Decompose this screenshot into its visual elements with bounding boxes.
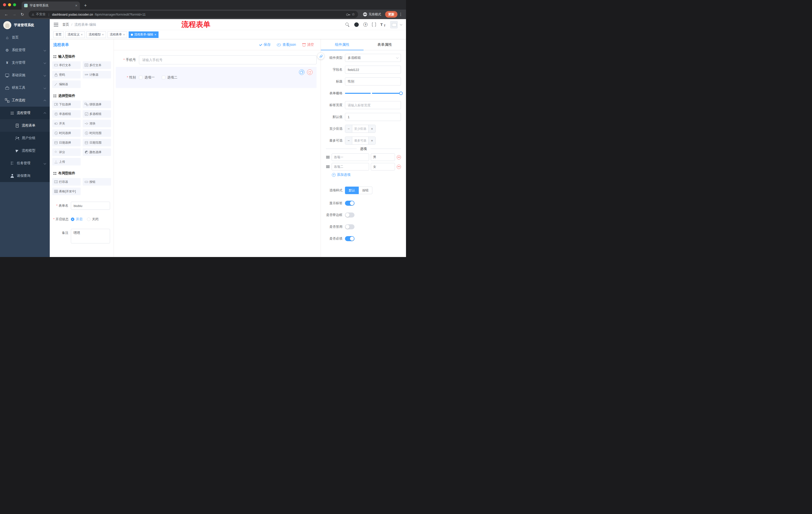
palette-item-color-picker[interactable]: 颜色选择 <box>83 148 111 156</box>
view-json-button[interactable]: 查看json <box>277 43 296 47</box>
drag-handle-icon[interactable] <box>326 155 330 159</box>
sidebar-item-leave-query[interactable]: 请假查询 <box>0 169 50 182</box>
sidebar-item-dev-tools[interactable]: 研发工具 <box>0 81 50 94</box>
remove-option-icon[interactable] <box>397 155 401 159</box>
maximize-window-button[interactable] <box>13 3 16 6</box>
clear-button[interactable]: 清空 <box>302 43 314 47</box>
min-select-placeholder[interactable]: 至少应选 <box>352 125 368 133</box>
option-label-input[interactable] <box>331 163 369 170</box>
sidebar-item-process-management[interactable]: 流程管理 <box>0 107 50 119</box>
palette-item-upload[interactable]: 上传 <box>52 158 81 165</box>
save-button[interactable]: 保存 <box>259 43 270 47</box>
sidebar-logo[interactable]: 芋道管理系统 <box>0 19 50 31</box>
palette-item-checkbox-group[interactable]: 多选框组 <box>83 110 111 118</box>
remove-option-icon[interactable] <box>397 165 401 169</box>
gender-option1-checkbox[interactable]: 选项一 <box>139 75 155 80</box>
default-value-input[interactable] <box>345 113 401 121</box>
incognito-profile-chip[interactable]: 无痕模式 <box>360 11 384 18</box>
max-select-placeholder[interactable]: 最多可选 <box>352 137 368 144</box>
sidebar-item-task-management[interactable]: 任务管理 <box>0 157 50 169</box>
sidebar-item-infrastructure[interactable]: 基础设施 <box>0 69 50 81</box>
option-style-default-button[interactable]: 默认 <box>345 187 359 194</box>
canvas-field-gender-selected[interactable]: 性别 选项一 选项二 <box>116 67 317 88</box>
palette-item-dropdown[interactable]: 下拉选择 <box>52 101 81 108</box>
stepper-decrease-button[interactable]: − <box>345 137 352 144</box>
palette-item-row-container[interactable]: 行容器 <box>52 178 81 186</box>
gender-option2-checkbox[interactable]: 选项二 <box>162 75 178 80</box>
option-value-input[interactable] <box>371 163 395 170</box>
sidebar-item-system[interactable]: 系统管理 <box>0 44 50 56</box>
browser-menu-icon[interactable]: ⋮ <box>398 12 404 17</box>
palette-item-button[interactable]: 按钮 <box>83 178 111 186</box>
option-style-button-button[interactable]: 按钮 <box>359 187 372 194</box>
browser-update-button[interactable]: 更新 <box>385 11 398 18</box>
palette-item-password[interactable]: 密码 <box>52 71 81 78</box>
browser-tab[interactable]: 芋道管理系统 × <box>22 1 80 9</box>
show-label-switch[interactable] <box>345 201 354 206</box>
palette-item-cascader[interactable]: 级联选择 <box>83 101 111 108</box>
required-switch[interactable] <box>345 236 354 241</box>
sidebar-item-user-group[interactable]: 用户分组 <box>0 132 50 144</box>
user-avatar[interactable] <box>390 21 398 28</box>
tab-close-icon[interactable]: × <box>75 4 77 7</box>
sidebar-item-process-model[interactable]: 流程模型 <box>0 144 50 157</box>
palette-item-date-range[interactable]: 日期范围 <box>83 139 111 146</box>
field-name-input[interactable] <box>345 65 401 74</box>
stepper-decrease-button[interactable]: − <box>345 125 352 133</box>
close-window-button[interactable] <box>3 3 6 6</box>
fullscreen-icon[interactable] <box>372 23 376 26</box>
disabled-switch[interactable] <box>345 224 354 229</box>
sidebar-item-payment[interactable]: 支付管理 <box>0 56 50 69</box>
font-size-icon[interactable] <box>380 22 386 27</box>
back-button[interactable]: ← <box>2 10 10 18</box>
search-icon[interactable] <box>345 22 350 27</box>
palette-item-time-picker[interactable]: 时间选择 <box>52 129 81 137</box>
link-float-button[interactable] <box>318 53 324 59</box>
tag-process-model[interactable]: 流程模型 × <box>86 31 106 38</box>
tag-close-icon[interactable]: × <box>123 33 125 36</box>
form-grid-slider[interactable] <box>345 89 401 97</box>
label-width-input[interactable] <box>345 101 401 109</box>
hamburger-menu-icon[interactable] <box>54 23 58 26</box>
address-bar[interactable]: 不安全 | dashboard.yudao.iocoder.cn /bpm/ma… <box>29 11 358 18</box>
palette-item-switch[interactable]: 开关 <box>52 120 81 127</box>
palette-item-slider[interactable]: 滑块 <box>83 120 111 127</box>
option-label-input[interactable] <box>331 154 369 161</box>
form-name-input[interactable] <box>71 202 110 210</box>
tag-process-form[interactable]: 流程表单 × <box>108 31 127 38</box>
stepper-increase-button[interactable]: + <box>368 137 375 144</box>
form-remark-textarea[interactable]: 嘿嘿 <box>71 229 110 243</box>
stepper-increase-button[interactable]: + <box>368 125 375 133</box>
tab-form-props[interactable]: 表单属性 <box>364 39 406 50</box>
status-on-radio[interactable]: 开启 <box>71 217 82 221</box>
palette-item-single-line-text[interactable]: 单行文本 <box>52 61 81 69</box>
palette-item-multi-line-text[interactable]: 多行文本 <box>83 61 111 69</box>
tag-process-form-edit[interactable]: 流程表单-编辑 × <box>128 31 158 38</box>
breadcrumb-home[interactable]: 首页 <box>62 22 69 27</box>
tag-close-icon[interactable]: × <box>154 33 156 36</box>
palette-item-counter[interactable]: 计数器 <box>83 71 111 78</box>
border-switch[interactable] <box>345 213 354 218</box>
add-option-button[interactable]: 添加选项 <box>332 172 350 177</box>
reload-button[interactable]: ↻ <box>19 10 26 18</box>
copy-component-button[interactable] <box>299 70 304 75</box>
title-input[interactable] <box>345 77 401 85</box>
sidebar-item-process-form[interactable]: 流程表单 <box>0 119 50 132</box>
minimize-window-button[interactable] <box>8 3 11 6</box>
github-icon[interactable] <box>354 22 359 27</box>
delete-component-button[interactable] <box>307 70 313 75</box>
palette-item-radio-group[interactable]: 单选框组 <box>52 110 81 118</box>
option-value-input[interactable] <box>371 154 395 161</box>
phone-field-input[interactable] <box>139 55 317 64</box>
palette-item-date-picker[interactable]: 日期选择 <box>52 139 81 146</box>
forward-button[interactable]: → <box>10 10 18 18</box>
palette-item-time-range[interactable]: 时间范围 <box>83 129 111 137</box>
tab-component-props[interactable]: 组件属性 <box>321 39 364 50</box>
help-icon[interactable] <box>363 22 368 27</box>
palette-item-table[interactable]: 表格[开发中] <box>52 188 81 195</box>
sidebar-item-workflow[interactable]: 工作流程 <box>0 94 50 107</box>
sidebar-item-home[interactable]: 首页 <box>0 31 50 44</box>
bookmark-star-icon[interactable]: ☆ <box>352 12 355 17</box>
palette-item-rate[interactable]: 评分 <box>52 148 81 156</box>
tag-process-definition[interactable]: 流程定义 × <box>65 31 85 38</box>
